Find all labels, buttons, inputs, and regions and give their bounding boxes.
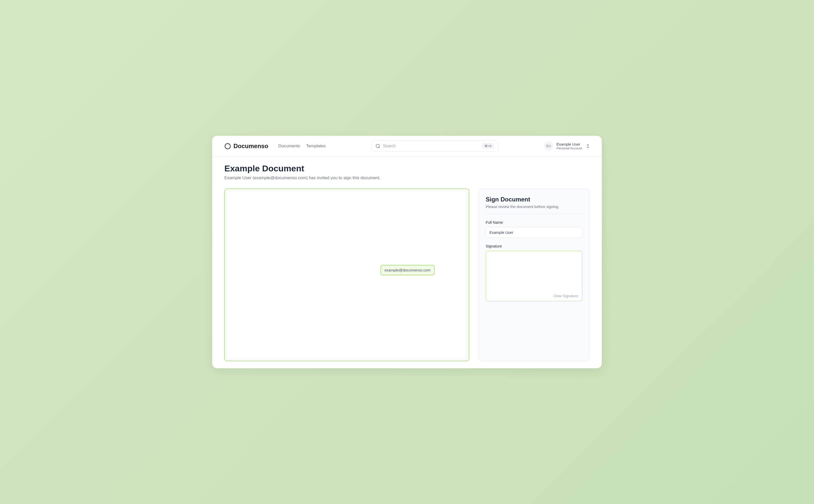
signature-pad[interactable]: Clear Signature <box>486 251 582 301</box>
app-window: Documenso Documents Templates ⌘+K EU Exa… <box>212 136 602 368</box>
signature-label: Signature <box>486 244 582 248</box>
clear-signature-button[interactable]: Clear Signature <box>553 294 578 298</box>
document-email-field[interactable]: example@documenso.com <box>380 265 435 275</box>
search-box[interactable]: ⌘+K <box>372 140 498 152</box>
brand-logo-icon <box>225 143 231 149</box>
full-name-input[interactable] <box>486 227 582 238</box>
signature-group: Signature Clear Signature <box>486 244 582 301</box>
search-icon <box>375 144 380 149</box>
svg-line-1 <box>379 147 380 148</box>
chevrons-up-down-icon <box>586 144 589 148</box>
nav-documents[interactable]: Documents <box>278 144 300 149</box>
search-input[interactable] <box>383 144 479 148</box>
brand-name: Documenso <box>234 143 268 150</box>
search-container: ⌘+K <box>372 140 498 152</box>
sign-panel-title: Sign Document <box>486 196 582 203</box>
page-title: Example Document <box>225 164 589 173</box>
main-nav: Documents Templates <box>278 144 326 149</box>
avatar: EU <box>544 141 553 151</box>
full-name-label: Full Name <box>486 220 582 224</box>
sign-panel-subtitle: Please review the document before signin… <box>486 204 582 214</box>
full-name-group: Full Name <box>486 220 582 238</box>
user-info: Example User Personal Account <box>556 142 582 150</box>
page-subtitle: Example User (example@documenso.com) has… <box>225 175 589 180</box>
user-menu[interactable]: EU Example User Personal Account <box>544 141 589 151</box>
brand-logo[interactable]: Documenso <box>225 143 268 150</box>
main-grid: example@documenso.com Sign Document Plea… <box>225 189 589 361</box>
document-viewer[interactable]: example@documenso.com <box>225 189 469 361</box>
nav-templates[interactable]: Templates <box>306 144 326 149</box>
sign-panel: Sign Document Please review the document… <box>478 189 589 361</box>
main-content: Example Document Example User (example@d… <box>212 156 602 368</box>
user-subtitle: Personal Account <box>556 146 582 150</box>
header: Documenso Documents Templates ⌘+K EU Exa… <box>212 136 602 156</box>
document-page: example@documenso.com <box>227 191 467 359</box>
svg-point-0 <box>376 144 379 147</box>
user-name: Example User <box>556 142 582 146</box>
search-shortcut: ⌘+K <box>482 143 494 149</box>
